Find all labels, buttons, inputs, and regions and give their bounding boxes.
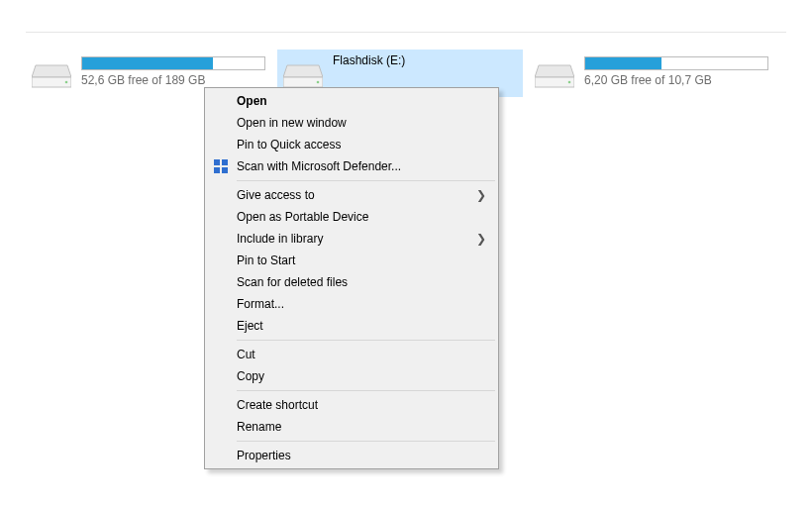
menu-eject[interactable]: Eject xyxy=(207,315,496,337)
menu-label: Rename xyxy=(237,420,281,434)
menu-label: Pin to Quick access xyxy=(237,138,341,152)
menu-label: Eject xyxy=(237,319,263,333)
drive-body: 6,20 GB free of 10,7 GB xyxy=(584,53,768,87)
menu-label: Scan with Microsoft Defender... xyxy=(237,159,401,173)
menu-label: Open in new window xyxy=(237,116,347,130)
menu-pin-to-start[interactable]: Pin to Start xyxy=(207,250,496,271)
svg-rect-11 xyxy=(214,167,220,173)
menu-separator xyxy=(237,180,495,181)
menu-label: Scan for deleted files xyxy=(237,275,348,289)
drive-icon xyxy=(535,63,574,91)
menu-open[interactable]: Open xyxy=(207,90,496,112)
drive-label: Flashdisk (E:) xyxy=(333,53,517,67)
submenu-arrow-icon: ❯ xyxy=(476,232,486,246)
drive-usage-bar xyxy=(81,56,265,70)
submenu-arrow-icon: ❯ xyxy=(476,188,486,202)
menu-label: Open xyxy=(237,94,267,108)
svg-rect-10 xyxy=(222,159,228,165)
menu-label: Cut xyxy=(237,348,255,361)
menu-rename[interactable]: Rename xyxy=(207,416,496,438)
drive-usage-fill xyxy=(82,57,213,69)
menu-label: Include in library xyxy=(237,232,323,246)
menu-pin-quick-access[interactable]: Pin to Quick access xyxy=(207,134,496,155)
menu-label: Create shortcut xyxy=(237,398,318,412)
svg-rect-9 xyxy=(214,159,220,165)
menu-separator xyxy=(237,441,495,442)
divider xyxy=(26,32,786,33)
context-menu: Open Open in new window Pin to Quick acc… xyxy=(204,87,499,469)
drive-usage-fill xyxy=(585,57,661,69)
menu-open-portable[interactable]: Open as Portable Device xyxy=(207,206,496,228)
menu-separator xyxy=(237,390,495,391)
defender-icon xyxy=(213,158,229,174)
drive-subtext: 6,20 GB free of 10,7 GB xyxy=(584,73,768,87)
menu-separator xyxy=(237,340,495,341)
menu-copy[interactable]: Copy xyxy=(207,365,496,387)
menu-scan-deleted[interactable]: Scan for deleted files xyxy=(207,271,496,293)
svg-marker-0 xyxy=(32,65,71,77)
menu-include-in-library[interactable]: Include in library ❯ xyxy=(207,228,496,250)
svg-point-2 xyxy=(65,81,68,84)
svg-marker-6 xyxy=(535,65,574,77)
menu-label: Give access to xyxy=(237,188,315,202)
menu-properties[interactable]: Properties xyxy=(207,445,496,466)
drive-item[interactable]: 6,20 GB free of 10,7 GB xyxy=(529,50,774,97)
drive-body: Flashdisk (E:) xyxy=(333,53,517,70)
menu-label: Properties xyxy=(237,449,291,462)
svg-point-5 xyxy=(317,81,320,84)
menu-label: Pin to Start xyxy=(237,254,295,267)
menu-cut[interactable]: Cut xyxy=(207,344,496,365)
drive-subtext: 52,6 GB free of 189 GB xyxy=(81,73,265,87)
menu-label: Format... xyxy=(237,297,284,311)
drive-icon xyxy=(32,63,71,91)
svg-marker-3 xyxy=(283,65,323,77)
menu-open-new-window[interactable]: Open in new window xyxy=(207,112,496,134)
svg-point-8 xyxy=(568,81,571,84)
svg-rect-12 xyxy=(222,167,228,173)
drive-body: 52,6 GB free of 189 GB xyxy=(81,53,265,87)
menu-format[interactable]: Format... xyxy=(207,293,496,315)
menu-give-access-to[interactable]: Give access to ❯ xyxy=(207,184,496,206)
menu-label: Copy xyxy=(237,369,264,383)
menu-label: Open as Portable Device xyxy=(237,210,368,224)
menu-create-shortcut[interactable]: Create shortcut xyxy=(207,394,496,416)
menu-scan-defender[interactable]: Scan with Microsoft Defender... xyxy=(207,155,496,177)
drive-usage-bar xyxy=(584,56,768,70)
